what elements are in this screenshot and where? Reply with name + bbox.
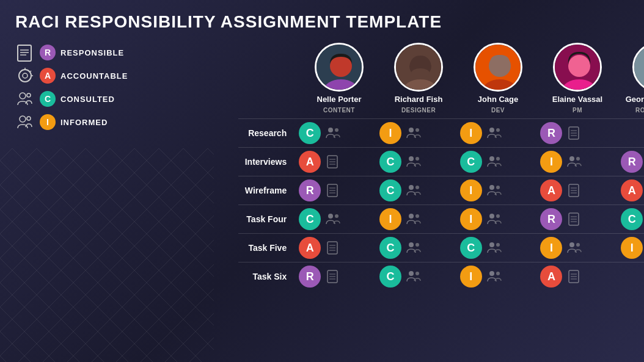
svg-point-45: [409, 156, 414, 161]
svg-point-59: [409, 185, 414, 190]
raci-badge-1-0: A: [299, 151, 321, 173]
svg-point-71: [328, 214, 333, 219]
responsible-icon-wrap: [15, 43, 35, 62]
responsible-icon: [15, 43, 35, 62]
page-content: RACI RESPONSIBILITY ASSIGNMENT TEMPLATE …: [0, 0, 644, 300]
raci-grid: Nelle PorterCONTENTRichard FishDESIGNERJ…: [238, 43, 644, 291]
svg-point-90: [496, 243, 500, 247]
cell-icon-3-1: [405, 212, 422, 226]
svg-line-9: [30, 71, 31, 72]
svg-point-13: [20, 116, 26, 122]
svg-point-101: [489, 271, 494, 276]
raci-badge-1-4: R: [621, 151, 643, 173]
svg-point-49: [569, 156, 574, 161]
raci-cell-1-1: C: [375, 148, 455, 176]
avatar-nelle: [315, 43, 364, 92]
person-name-john: John Cage: [478, 95, 518, 104]
legend-panel: R RESPONSIBLE A ACCO: [15, 43, 238, 291]
svg-point-31: [328, 128, 333, 132]
raci-cell-0-2: I: [455, 119, 536, 148]
cell-icon-4-2: [486, 241, 503, 255]
raci-badge-2-3: A: [540, 179, 562, 201]
task-label-5: Task Six: [238, 262, 294, 291]
raci-badge-5-1: C: [379, 266, 401, 288]
accountable-icon: [15, 66, 35, 85]
task-row-1: InterviewsACCIR: [238, 148, 644, 176]
cell-icon-1-0: [324, 154, 342, 169]
svg-point-88: [415, 243, 419, 247]
raci-badge-2-2: I: [460, 179, 482, 201]
svg-point-32: [335, 128, 338, 132]
cell-icon-3-2: [486, 212, 503, 226]
task-label-0: Research: [238, 119, 294, 148]
accountable-icon-wrap: [15, 66, 35, 85]
svg-point-35: [489, 128, 494, 132]
consulted-icon: [15, 89, 35, 109]
svg-point-36: [496, 128, 500, 132]
cell-icon-3-3: [566, 212, 583, 226]
consulted-icon-wrap: [15, 89, 35, 109]
raci-badge-5-3: A: [540, 266, 562, 288]
raci-badge-2-1: C: [379, 179, 401, 201]
task-row-2: WireframeRCIAA: [238, 176, 644, 205]
person-cell-elaine: Elaine VassalPM: [538, 43, 617, 114]
svg-point-33: [409, 128, 414, 132]
person-role-georgia: ROLE / TITLE: [635, 107, 644, 114]
raci-cell-4-4: I: [616, 234, 644, 262]
person-name-georgia: Georgia Thomas: [626, 95, 644, 104]
person-name-elaine: Elaine Vassal: [552, 95, 602, 104]
svg-point-89: [489, 242, 494, 247]
svg-point-62: [496, 186, 500, 189]
raci-cell-3-3: R: [535, 205, 616, 234]
raci-cell-3-4: C: [616, 205, 644, 234]
legend-item-accountable: A ACCOUNTABLE: [15, 66, 238, 85]
svg-point-12: [27, 93, 31, 97]
raci-badge-4-1: C: [379, 237, 401, 259]
raci-cell-5-1: C: [375, 262, 455, 291]
raci-cell-4-0: A: [294, 234, 375, 262]
raci-badge-4-3: I: [540, 237, 562, 259]
informed-icon: [15, 112, 35, 132]
svg-point-100: [415, 272, 419, 275]
avatar-elaine: [553, 43, 602, 92]
person-name-richard: Richard Fish: [395, 95, 443, 104]
raci-cell-0-4: [616, 119, 644, 148]
raci-badge-4-0: A: [299, 237, 321, 259]
cell-icon-5-1: [405, 269, 422, 284]
cell-icon-1-2: [486, 154, 503, 169]
raci-badge-5-2: I: [460, 266, 482, 288]
raci-cell-2-3: A: [535, 176, 616, 205]
svg-point-87: [409, 242, 414, 247]
accountable-label: ACCOUNTABLE: [60, 71, 128, 81]
svg-point-34: [415, 128, 419, 132]
cell-icon-2-1: [405, 183, 422, 198]
task-label-2: Wireframe: [238, 176, 294, 205]
svg-point-47: [489, 156, 494, 161]
raci-cell-2-2: I: [455, 176, 536, 205]
raci-badge-0-2: I: [460, 122, 482, 144]
cell-icon-4-1: [405, 241, 422, 255]
raci-badge-3-3: R: [540, 208, 562, 230]
raci-cell-5-4: [616, 262, 644, 291]
consulted-label: CONSULTED: [60, 95, 115, 104]
raci-badge-0-1: I: [379, 122, 401, 144]
raci-cell-1-2: C: [455, 148, 536, 176]
svg-rect-28: [634, 45, 644, 92]
raci-cell-5-3: A: [535, 262, 616, 291]
raci-cell-5-2: I: [455, 262, 536, 291]
cell-icon-5-3: [566, 269, 583, 284]
raci-cell-4-2: C: [455, 234, 536, 262]
svg-point-92: [576, 243, 580, 247]
svg-point-48: [496, 157, 500, 161]
svg-point-60: [415, 186, 419, 189]
svg-point-73: [409, 214, 414, 219]
page-title: RACI RESPONSIBILITY ASSIGNMENT TEMPLATE: [15, 12, 629, 32]
svg-point-75: [489, 214, 494, 219]
raci-badge-3-2: I: [460, 208, 482, 230]
cell-icon-0-0: [324, 126, 342, 140]
cell-icon-2-0: [324, 183, 342, 198]
svg-point-91: [569, 242, 574, 247]
raci-badge-1-3: I: [540, 151, 562, 173]
raci-cell-1-4: R: [616, 148, 644, 176]
svg-point-7: [23, 73, 27, 78]
